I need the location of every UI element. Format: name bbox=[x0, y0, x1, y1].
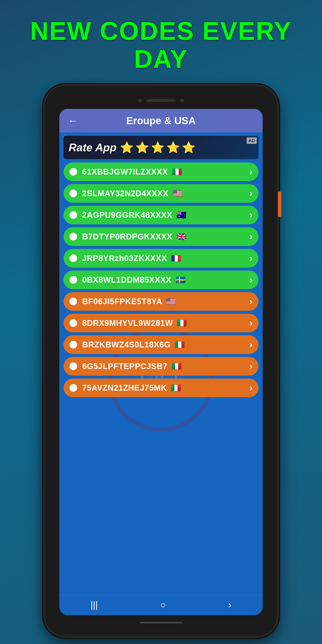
code-flag-10: 🇮🇹 bbox=[171, 384, 181, 392]
nav-home-icon[interactable]: ○ bbox=[160, 600, 166, 610]
home-indicator bbox=[140, 622, 182, 624]
code-flag-6: 🇺🇸 bbox=[166, 297, 176, 306]
code-text-7: 8DRX9MHYVL9W281W 🇮🇹 bbox=[82, 318, 246, 328]
code-arrow-3: › bbox=[250, 232, 252, 242]
code-dot-0 bbox=[70, 168, 77, 176]
ad-banner[interactable]: AD Rate App ⭐ ⭐ ⭐ ⭐ ⭐ bbox=[64, 136, 258, 159]
code-arrow-6: › bbox=[250, 296, 252, 306]
code-flag-3: 🇬🇧 bbox=[176, 232, 187, 241]
phone-top-bar bbox=[51, 94, 271, 107]
code-text-1: 2SLMAY32N2D4XXXX 🇺🇸 bbox=[82, 189, 246, 198]
camera-dot bbox=[138, 98, 142, 102]
code-arrow-9: › bbox=[250, 361, 252, 371]
code-text-0: 61XBBJGW7ILZXXXX 🇮🇹 bbox=[82, 167, 246, 176]
bottom-navigation: ||| ○ › bbox=[59, 595, 263, 615]
code-text-8: BRZKBWZ4S0L18X6G 🇮🇹 bbox=[82, 340, 246, 349]
phone-screen: ← Eroupe & USA AD Rate App ⭐ ⭐ ⭐ ⭐ ⭐ GIF… bbox=[59, 109, 263, 615]
code-dot-5 bbox=[70, 276, 77, 284]
code-flag-5: 🇸🇪 bbox=[176, 276, 186, 284]
code-arrow-4: › bbox=[250, 253, 252, 263]
star-2: ⭐ bbox=[135, 141, 149, 154]
code-arrow-8: › bbox=[250, 340, 252, 350]
code-dot-2 bbox=[70, 211, 77, 219]
nav-recents-icon[interactable]: ||| bbox=[90, 600, 98, 610]
star-1: ⭐ bbox=[120, 141, 134, 154]
code-item-2[interactable]: 2AGPU9GGRK48XXXX 🇦🇺 › bbox=[64, 206, 258, 224]
code-item-0[interactable]: 61XBBJGW7ILZXXXX 🇮🇹 › bbox=[64, 162, 258, 181]
code-arrow-1: › bbox=[250, 188, 252, 198]
code-text-2: 2AGPU9GGRK48XXXX 🇦🇺 bbox=[82, 210, 246, 220]
code-arrow-2: › bbox=[250, 210, 252, 220]
code-item-5[interactable]: 0BX8WL1DDM85XXXX 🇸🇪 › bbox=[64, 270, 258, 289]
code-flag-7: 🇮🇹 bbox=[177, 318, 187, 328]
code-text-5: 0BX8WL1DDM85XXXX 🇸🇪 bbox=[82, 275, 246, 284]
code-arrow-5: › bbox=[250, 275, 252, 285]
code-text-3: B7DTYP0RDPGKXXXX 🇬🇧 bbox=[82, 232, 246, 241]
code-text-10: 75AVZN21ZHEJ75MK 🇮🇹 bbox=[82, 383, 246, 392]
code-item-3[interactable]: B7DTYP0RDPGKXXXX 🇬🇧 › bbox=[64, 227, 258, 246]
power-button bbox=[278, 192, 281, 217]
code-arrow-10: › bbox=[250, 383, 252, 393]
ad-app-text: Rate App bbox=[69, 141, 116, 154]
code-flag-8: 🇮🇹 bbox=[175, 340, 185, 349]
header-title: Eroupe & USA bbox=[82, 115, 240, 126]
code-flag-4: 🇫🇷 bbox=[171, 254, 181, 263]
speaker-bar bbox=[146, 99, 176, 102]
code-list: GIFT 61XBBJGW7ILZXXXX 🇮🇹 › 2SLMAY32N2D4X… bbox=[59, 162, 263, 595]
page-headline: NEW CODES EVERY DAY bbox=[0, 17, 322, 73]
code-flag-9: 🇮🇹 bbox=[172, 362, 182, 371]
nav-back-icon[interactable]: › bbox=[228, 600, 232, 610]
code-text-6: BF06JI5FPKE5T8YA 🇺🇸 bbox=[82, 297, 246, 306]
star-3: ⭐ bbox=[151, 141, 164, 154]
phone-mockup: ← Eroupe & USA AD Rate App ⭐ ⭐ ⭐ ⭐ ⭐ GIF… bbox=[44, 86, 278, 636]
code-text-4: JRP8YRzh03ZKXXXX 🇫🇷 bbox=[82, 254, 246, 263]
code-dot-3 bbox=[70, 233, 77, 240]
stars-container: ⭐ ⭐ ⭐ ⭐ ⭐ bbox=[120, 141, 196, 154]
ad-label: AD bbox=[246, 138, 257, 144]
code-dot-7 bbox=[70, 319, 77, 327]
code-item-4[interactable]: JRP8YRzh03ZKXXXX 🇫🇷 › bbox=[64, 249, 258, 268]
code-flag-0: 🇮🇹 bbox=[172, 167, 182, 176]
code-arrow-7: › bbox=[250, 318, 252, 328]
code-dot-4 bbox=[70, 254, 77, 262]
code-item-7[interactable]: 8DRX9MHYVL9W281W 🇮🇹 › bbox=[64, 314, 258, 332]
star-4: ⭐ bbox=[166, 141, 180, 154]
code-dot-9 bbox=[70, 362, 77, 370]
code-dot-8 bbox=[70, 341, 77, 348]
code-item-10[interactable]: 75AVZN21ZHEJ75MK 🇮🇹 › bbox=[64, 378, 258, 397]
code-item-6[interactable]: BF06JI5FPKE5T8YA 🇺🇸 › bbox=[64, 292, 258, 311]
code-arrow-0: › bbox=[250, 167, 252, 177]
code-item-9[interactable]: 6G5JLPFTEPPCJSB7 🇮🇹 › bbox=[64, 357, 258, 376]
code-dot-1 bbox=[70, 190, 77, 197]
camera-dot-2 bbox=[180, 98, 184, 102]
code-dot-6 bbox=[70, 298, 77, 305]
code-item-1[interactable]: 2SLMAY32N2D4XXXX 🇺🇸 › bbox=[64, 184, 258, 203]
code-text-9: 6G5JLPFTEPPCJSB7 🇮🇹 bbox=[82, 362, 246, 371]
back-button[interactable]: ← bbox=[68, 115, 78, 126]
app-header: ← Eroupe & USA bbox=[59, 109, 263, 132]
code-dot-10 bbox=[70, 384, 77, 392]
star-5: ⭐ bbox=[182, 141, 196, 154]
code-flag-2: 🇦🇺 bbox=[176, 210, 187, 220]
code-flag-1: 🇺🇸 bbox=[173, 189, 183, 198]
phone-bottom-bar bbox=[51, 617, 271, 628]
code-item-8[interactable]: BRZKBWZ4S0L18X6G 🇮🇹 › bbox=[64, 335, 258, 354]
